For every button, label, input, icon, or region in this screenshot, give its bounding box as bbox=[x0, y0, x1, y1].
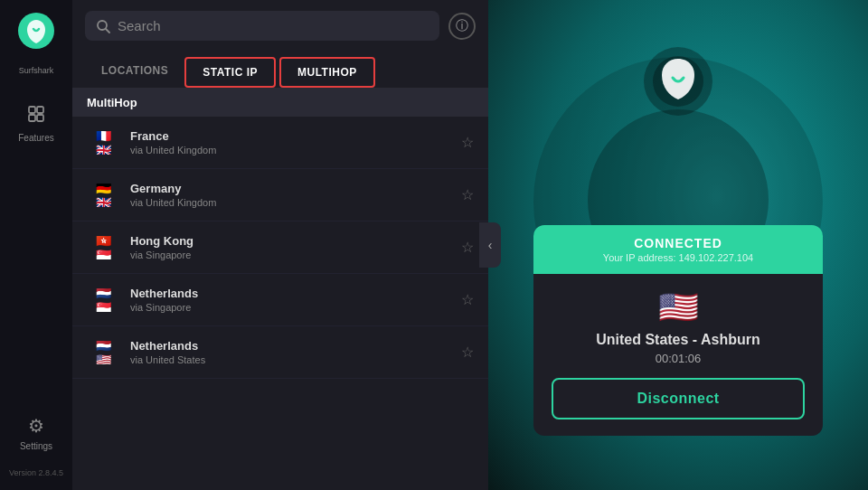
sidebar-item-settings[interactable]: ⚙ Settings bbox=[0, 406, 72, 460]
search-bar: ⓘ bbox=[72, 0, 488, 52]
location-via: via United Kingdom bbox=[130, 145, 450, 155]
favorite-button[interactable]: ☆ bbox=[461, 344, 474, 361]
features-icon bbox=[26, 104, 46, 128]
svg-rect-2 bbox=[37, 107, 43, 113]
flag-hongkong: 🇭🇰🇸🇬 bbox=[87, 236, 119, 259]
settings-icon: ⚙ bbox=[28, 415, 44, 437]
svg-rect-3 bbox=[29, 115, 35, 121]
disconnect-button[interactable]: Disconnect bbox=[552, 378, 805, 419]
list-item[interactable]: 🇫🇷🇬🇧 France via United Kingdom ☆ bbox=[72, 117, 488, 169]
section-header: MultiHop bbox=[72, 89, 488, 117]
connected-ip: Your IP address: 149.102.227.104 bbox=[552, 252, 805, 263]
list-item[interactable]: 🇳🇱🇸🇬 Netherlands via Singapore ☆ bbox=[72, 274, 488, 326]
tab-multihop[interactable]: MULTIHOP bbox=[279, 57, 375, 88]
location-via: via United Kingdom bbox=[130, 197, 450, 208]
country-name: United States - Ashburn bbox=[552, 332, 805, 348]
tabs-bar: LOCATIONS STATIC IP MULTIHOP bbox=[72, 52, 488, 89]
ip-label: Your IP address: bbox=[603, 252, 679, 263]
location-list: 🇫🇷🇬🇧 France via United Kingdom ☆ 🇩🇪🇬🇧 Ge… bbox=[72, 117, 488, 490]
location-name: France bbox=[130, 129, 450, 143]
collapse-panel-button[interactable]: ‹ bbox=[479, 222, 501, 268]
connected-status: CONNECTED bbox=[552, 236, 805, 250]
list-item[interactable]: 🇩🇪🇬🇧 Germany via United Kingdom ☆ bbox=[72, 169, 488, 221]
center-logo bbox=[642, 45, 714, 118]
app-logo-label: Surfshark bbox=[0, 57, 72, 84]
location-info: Netherlands via Singapore bbox=[130, 287, 450, 313]
flag-netherlands-us: 🇳🇱🇺🇸 bbox=[87, 341, 119, 364]
locations-panel: ⓘ LOCATIONS STATIC IP MULTIHOP MultiHop … bbox=[72, 0, 488, 490]
features-label: Features bbox=[18, 133, 53, 143]
search-icon bbox=[96, 19, 110, 33]
settings-label: Settings bbox=[20, 441, 52, 451]
favorite-button[interactable]: ☆ bbox=[461, 134, 474, 151]
location-info: France via United Kingdom bbox=[130, 129, 450, 155]
connected-banner: CONNECTED Your IP address: 149.102.227.1… bbox=[533, 225, 823, 274]
flag-france: 🇫🇷🇬🇧 bbox=[87, 131, 119, 155]
app-logo bbox=[14, 9, 58, 52]
location-name: Netherlands bbox=[130, 339, 450, 353]
svg-line-6 bbox=[106, 29, 109, 33]
sidebar-item-features[interactable]: Features bbox=[0, 95, 72, 152]
search-input[interactable] bbox=[118, 18, 429, 33]
favorite-button[interactable]: ☆ bbox=[461, 291, 474, 308]
tab-locations[interactable]: LOCATIONS bbox=[85, 57, 184, 88]
list-item[interactable]: 🇳🇱🇺🇸 Netherlands via United States ☆ bbox=[72, 326, 488, 379]
location-name: Hong Kong bbox=[130, 234, 450, 248]
location-via: via United States bbox=[130, 354, 450, 365]
svg-rect-1 bbox=[29, 107, 35, 113]
location-name: Germany bbox=[130, 182, 450, 195]
svg-rect-4 bbox=[37, 115, 43, 121]
favorite-button[interactable]: ☆ bbox=[461, 239, 474, 256]
connection-timer: 00:01:06 bbox=[552, 352, 805, 365]
country-flag: 🇺🇸 bbox=[552, 288, 805, 326]
location-via: via Singapore bbox=[130, 302, 450, 313]
search-input-wrap[interactable] bbox=[85, 11, 439, 41]
location-name: Netherlands bbox=[130, 287, 450, 300]
info-card: 🇺🇸 United States - Ashburn 00:01:06 Disc… bbox=[533, 274, 823, 436]
info-button[interactable]: ⓘ bbox=[448, 13, 476, 40]
flag-netherlands-sg: 🇳🇱🇸🇬 bbox=[87, 288, 119, 312]
version-label: Version 2.8.4.5 bbox=[9, 468, 63, 477]
sidebar: Surfshark Features ⚙ Settings Version 2.… bbox=[0, 0, 72, 490]
location-via: via Singapore bbox=[130, 250, 450, 260]
tab-static-ip[interactable]: STATIC IP bbox=[184, 57, 276, 88]
flag-germany: 🇩🇪🇬🇧 bbox=[87, 184, 119, 207]
main-content: CONNECTED Your IP address: 149.102.227.1… bbox=[488, 0, 868, 490]
location-info: Germany via United Kingdom bbox=[130, 182, 450, 208]
location-info: Netherlands via United States bbox=[130, 339, 450, 365]
favorite-button[interactable]: ☆ bbox=[461, 186, 474, 203]
ip-address: 149.102.227.104 bbox=[679, 252, 754, 263]
connected-card: CONNECTED Your IP address: 149.102.227.1… bbox=[533, 225, 823, 436]
location-info: Hong Kong via Singapore bbox=[130, 234, 450, 260]
list-item[interactable]: 🇭🇰🇸🇬 Hong Kong via Singapore ☆ bbox=[72, 221, 488, 274]
